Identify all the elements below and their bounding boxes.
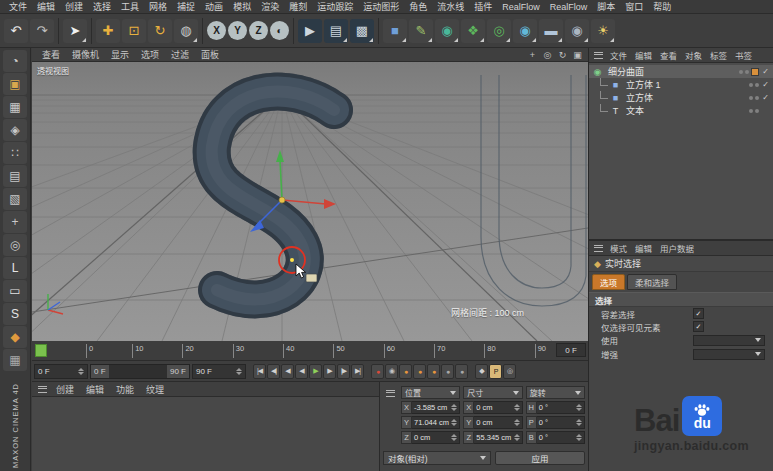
render-view-button[interactable]: ▶ bbox=[298, 19, 322, 43]
solo-button[interactable]: ◎ bbox=[503, 364, 516, 379]
menu-item[interactable]: 帮助 bbox=[648, 0, 676, 13]
scale-tool-icon[interactable]: ⊡ bbox=[122, 19, 146, 43]
quantize-grid-icon[interactable]: ▦ bbox=[3, 349, 27, 371]
edges-mode-icon[interactable]: ▤ bbox=[3, 165, 27, 187]
attribute-value-field[interactable] bbox=[693, 335, 765, 346]
coordinate-input[interactable]: 0 cm bbox=[474, 401, 522, 414]
menu-item[interactable]: RealFlow bbox=[545, 2, 593, 12]
coordinate-input[interactable]: 55.345 cm bbox=[474, 431, 522, 444]
coordinate-input[interactable]: 0 cm bbox=[474, 416, 522, 429]
play-backward-button[interactable]: ◀ bbox=[295, 364, 308, 379]
rotation-dropdown[interactable]: 旋转 bbox=[526, 386, 585, 399]
attribute-tab[interactable]: 柔和选择 bbox=[627, 274, 677, 290]
spinner-arrows[interactable] bbox=[576, 404, 582, 411]
coordinate-input[interactable]: 0 ° bbox=[537, 431, 585, 444]
current-frame-box[interactable]: 0 F bbox=[556, 343, 586, 357]
render-settings-button[interactable]: ▩ bbox=[350, 19, 374, 43]
coordinate-input[interactable]: 0 ° bbox=[537, 401, 585, 414]
preview-range-slider[interactable]: 0 F 90 F bbox=[90, 364, 190, 379]
coordinate-input[interactable]: 0 cm bbox=[412, 431, 460, 444]
attribute-tab[interactable]: 选项 bbox=[592, 274, 625, 290]
attribute-checkbox[interactable]: ✓ bbox=[693, 308, 704, 319]
viewport-menu-item[interactable]: 面板 bbox=[195, 48, 225, 61]
spinner-arrows[interactable] bbox=[451, 404, 457, 411]
spinner-arrows[interactable] bbox=[514, 434, 520, 441]
render-visibility-dot[interactable] bbox=[745, 70, 749, 74]
viewport-canvas[interactable]: 透视视图 网格间距 : 100 cm bbox=[32, 62, 588, 341]
material-menu-item[interactable]: 创建 bbox=[50, 383, 80, 396]
render-picture-viewer-button[interactable]: ▤ bbox=[324, 19, 348, 43]
hand-tool-icon[interactable]: ◆ bbox=[3, 326, 27, 348]
menu-item[interactable]: 角色 bbox=[404, 0, 432, 13]
coordinate-input[interactable]: 71.044 cm bbox=[412, 416, 460, 429]
texture-mode-icon[interactable]: ▦ bbox=[3, 96, 27, 118]
range-end-handle[interactable]: 90 F bbox=[167, 365, 189, 378]
object-name[interactable]: 细分曲面 bbox=[606, 65, 646, 78]
move-tool-icon[interactable]: ✚ bbox=[96, 19, 120, 43]
add-subdivision-surface-icon[interactable]: ◉ bbox=[435, 19, 459, 43]
prev-frame-button[interactable]: ◀ bbox=[281, 364, 294, 379]
viewport-menu-item[interactable]: 选项 bbox=[135, 48, 165, 61]
range-start-handle[interactable]: 0 F bbox=[91, 365, 109, 378]
menu-item[interactable]: 网格 bbox=[144, 0, 172, 13]
menu-item[interactable]: 捕捉 bbox=[172, 0, 200, 13]
next-frame-button[interactable]: ▶ bbox=[323, 364, 336, 379]
menu-item[interactable]: 窗口 bbox=[620, 0, 648, 13]
redo-icon[interactable]: ↷ bbox=[30, 19, 54, 43]
next-key-button[interactable]: |▶ bbox=[337, 364, 350, 379]
size-dropdown[interactable]: 尺寸 bbox=[463, 386, 522, 399]
end-frame-field[interactable]: 90 F bbox=[192, 364, 246, 379]
undo-icon[interactable]: ↶ bbox=[4, 19, 28, 43]
rotation-key-button[interactable]: ● bbox=[427, 364, 440, 379]
enable-axis-icon[interactable]: + bbox=[3, 211, 27, 233]
menu-item[interactable]: 渲染 bbox=[256, 0, 284, 13]
keyframe-selection-button[interactable]: ◆ bbox=[475, 364, 488, 379]
menu-item[interactable]: RealFlow bbox=[497, 2, 545, 12]
orbit-view-icon[interactable]: ↻ bbox=[556, 50, 569, 60]
object-tree-row[interactable]: T 文本 bbox=[589, 104, 773, 117]
menu-item[interactable]: 运动图形 bbox=[358, 0, 404, 13]
spinner-arrows[interactable] bbox=[576, 419, 582, 426]
render-visibility-dot[interactable] bbox=[755, 96, 759, 100]
spinner-arrows[interactable] bbox=[451, 434, 457, 441]
coordinate-system-button[interactable]: ◐ bbox=[270, 21, 289, 40]
object-manager-menu-item[interactable]: 标签 bbox=[706, 49, 731, 61]
object-tree-row[interactable]: ■ 立方体 ✓ bbox=[589, 91, 773, 104]
last-used-tool-icon[interactable]: ◍ bbox=[174, 19, 198, 43]
object-name[interactable]: 文本 bbox=[624, 104, 646, 117]
material-menu-item[interactable]: 编辑 bbox=[80, 383, 110, 396]
panel-menu-icon[interactable] bbox=[594, 52, 603, 59]
editor-visibility-dot[interactable] bbox=[749, 96, 753, 100]
record-keyframe-button[interactable]: ● bbox=[371, 364, 384, 379]
menu-item[interactable]: 创建 bbox=[60, 0, 88, 13]
object-manager-menu-item[interactable]: 文件 bbox=[606, 49, 631, 61]
object-manager-menu-item[interactable]: 书签 bbox=[731, 49, 756, 61]
menu-item[interactable]: 选择 bbox=[88, 0, 116, 13]
object-enabled-toggle[interactable]: ✓ bbox=[761, 93, 770, 102]
menu-item[interactable]: 运动跟踪 bbox=[312, 0, 358, 13]
goto-start-button[interactable]: |◀ bbox=[253, 364, 266, 379]
play-button[interactable]: ▶ bbox=[309, 364, 322, 379]
viewport-menu-item[interactable]: 摄像机 bbox=[66, 48, 105, 61]
prev-key-button[interactable]: ◀| bbox=[267, 364, 280, 379]
material-menu-item[interactable]: 纹理 bbox=[140, 383, 170, 396]
spinner-arrows[interactable] bbox=[514, 404, 520, 411]
add-floor-icon[interactable]: ▬ bbox=[539, 19, 563, 43]
add-volume-icon[interactable]: ❖ bbox=[461, 19, 485, 43]
spinner-arrows[interactable] bbox=[236, 368, 242, 375]
pan-view-icon[interactable]: + bbox=[526, 50, 539, 60]
spinner-arrows[interactable] bbox=[576, 434, 582, 441]
add-light-icon[interactable]: ☀ bbox=[591, 19, 615, 43]
object-manager-menu-item[interactable]: 查看 bbox=[656, 49, 681, 61]
mouse-input-icon[interactable]: ▭ bbox=[3, 280, 27, 302]
editor-visibility-dot[interactable] bbox=[739, 70, 743, 74]
object-manager-menu-item[interactable]: 编辑 bbox=[631, 49, 656, 61]
attribute-menu-item[interactable]: 用户数据 bbox=[656, 242, 698, 254]
object-tag-icon[interactable] bbox=[751, 68, 759, 76]
spinner-arrows[interactable] bbox=[514, 419, 520, 426]
object-name[interactable]: 立方体 1 bbox=[624, 78, 663, 91]
viewport-solo-icon[interactable]: ◎ bbox=[3, 234, 27, 256]
lock-y-axis-button[interactable]: Y bbox=[228, 21, 247, 40]
coordinate-input[interactable]: 0 ° bbox=[537, 416, 585, 429]
menu-item[interactable]: 模拟 bbox=[228, 0, 256, 13]
